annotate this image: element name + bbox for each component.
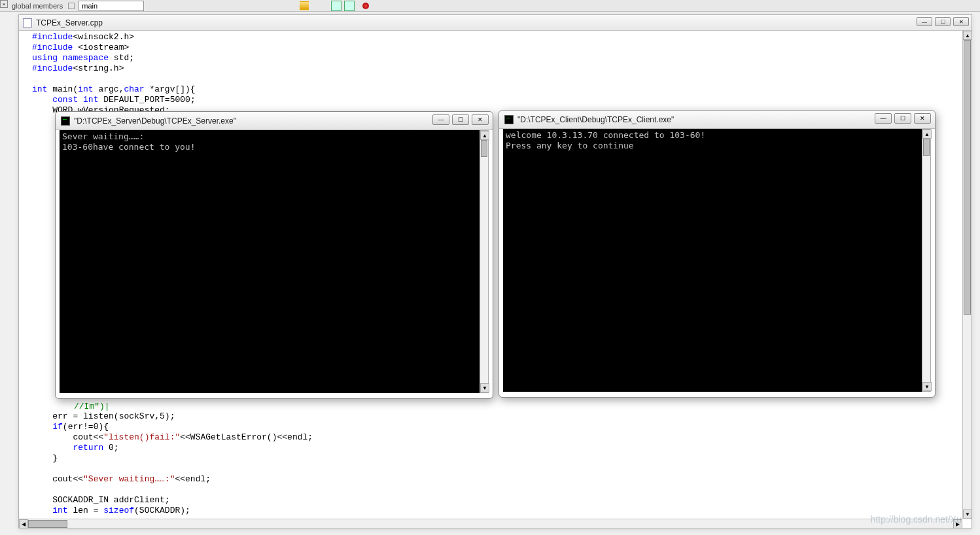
minimize-button[interactable]: — — [875, 113, 892, 124]
code-keyword: if — [52, 422, 63, 432]
scroll-down-icon[interactable]: ▼ — [922, 382, 932, 391]
code-text: <winsock2.h> — [73, 32, 134, 42]
code-text: err = listen(sockSrv,5); — [52, 411, 175, 421]
console-line: Sever waiting……: — [62, 131, 144, 141]
console-client-window: "D:\TCPEx_Client\Debug\TCPEx_Client.exe"… — [499, 110, 936, 398]
code-text: SOCKADDR_IN addrClient; — [52, 495, 169, 505]
cpp-file-icon — [23, 18, 32, 27]
scroll-thumb[interactable] — [923, 139, 930, 156]
code-keyword: using — [32, 53, 58, 63]
close-button[interactable]: ✕ — [914, 113, 931, 124]
console-client-scrollbar[interactable]: ▲ ▼ — [922, 129, 931, 392]
member-dropdown[interactable]: main — [79, 1, 144, 11]
code-keyword: int — [78, 95, 98, 105]
bookmark-icon-2[interactable] — [344, 1, 355, 11]
code-text: argc, — [94, 84, 124, 94]
go-icon[interactable] — [300, 1, 309, 10]
toolbar-label: global members — [12, 2, 63, 10]
maximize-button[interactable]: ☐ — [452, 114, 469, 125]
code-keyword: const — [52, 95, 78, 105]
console-client-title: "D:\TCPEx_Client\Debug\TCPEx_Client.exe" — [517, 115, 674, 124]
editor-tab-title: TCPEx_Server.cpp — [36, 18, 103, 27]
console-server-scrollbar[interactable]: ▲ ▼ — [480, 130, 489, 393]
maximize-button[interactable]: ☐ — [935, 17, 951, 26]
maximize-button[interactable]: ☐ — [894, 113, 911, 124]
code-text: (SOCKADDR); — [134, 506, 190, 515]
console-server-window: "D:\TCPEx_Server\Debug\TCPEx_Server.exe"… — [55, 111, 493, 399]
code-keyword: namespace — [58, 53, 109, 63]
minimize-button[interactable]: — — [917, 17, 932, 26]
code-keyword: #include — [32, 63, 73, 73]
scroll-down-icon[interactable]: ▼ — [963, 509, 972, 519]
dropdown-indicator-icon[interactable] — [68, 3, 75, 9]
scroll-thumb-h[interactable] — [28, 520, 67, 528]
code-text: main( — [47, 84, 78, 94]
console-server-body[interactable]: Sever waiting……: 103-60have connect to y… — [60, 130, 480, 393]
code-text: <iostream> — [73, 43, 129, 52]
code-text: len = — [68, 506, 104, 515]
code-string: "Sever waiting……:" — [83, 474, 175, 484]
scroll-up-icon[interactable]: ▲ — [922, 129, 932, 139]
code-keyword: int — [78, 84, 93, 94]
console-icon — [61, 116, 70, 126]
code-text: *argv[]){ — [145, 84, 196, 94]
console-line: 103-60have connect to you! — [62, 142, 196, 152]
close-button[interactable]: ✕ — [472, 114, 489, 125]
code-text: cout<< — [32, 432, 103, 442]
code-text: 0; — [103, 443, 118, 453]
watermark-text: http://blog.csdn.net/Xu — [871, 514, 962, 525]
code-text: } — [52, 453, 58, 463]
code-text: (err!=0){ — [63, 422, 109, 432]
code-text: <<WSAGetLastError()<<endl; — [180, 432, 313, 442]
editor-window-controls: — ☐ ✕ — [917, 17, 969, 26]
code-text: DEFAULT_PORT=5000; — [98, 95, 195, 105]
console-client-controls: — ☐ ✕ — [875, 113, 931, 124]
code-keyword: #include — [32, 43, 73, 52]
scroll-up-icon[interactable]: ▲ — [963, 31, 972, 40]
console-client-body[interactable]: welcome 10.3.13.70 connected to 103-60! … — [503, 129, 922, 392]
code-block-lower: err = listen(sockSrv,5); if(err!=0){ cou… — [32, 411, 313, 516]
code-text: <string.h> — [73, 63, 124, 73]
code-text: std; — [109, 53, 134, 63]
code-text: <<endl; — [175, 474, 211, 484]
scroll-up-icon[interactable]: ▲ — [480, 131, 489, 140]
console-icon — [504, 115, 514, 124]
console-server-title: "D:\TCPEx_Server\Debug\TCPEx_Server.exe" — [74, 116, 236, 126]
code-comment: //Im")| — [74, 402, 110, 412]
code-keyword: return — [73, 443, 103, 453]
scroll-left-icon[interactable]: ◀ — [19, 519, 28, 528]
panel-close-icon[interactable]: × — [0, 0, 8, 8]
close-button[interactable]: ✕ — [953, 17, 969, 26]
console-server-titlebar[interactable]: "D:\TCPEx_Server\Debug\TCPEx_Server.exe"… — [56, 112, 493, 130]
code-keyword: int — [32, 84, 47, 94]
console-server-controls: — ☐ ✕ — [432, 114, 489, 125]
scroll-thumb[interactable] — [481, 140, 487, 157]
scroll-thumb[interactable] — [964, 40, 971, 315]
editor-titlebar: TCPEx_Server.cpp — ☐ ✕ — [19, 15, 971, 31]
breakpoint-icon[interactable] — [362, 3, 369, 9]
bookmark-icon-1[interactable] — [331, 1, 341, 11]
hand-icon[interactable] — [372, 1, 382, 11]
console-client-titlebar[interactable]: "D:\TCPEx_Client\Debug\TCPEx_Client.exe"… — [499, 111, 935, 129]
code-text: cout<< — [52, 474, 83, 484]
editor-horizontal-scrollbar[interactable]: ◀ ▶ — [19, 519, 962, 528]
main-area: TCPEx_Server.cpp — ☐ ✕ #include<winsock2… — [0, 12, 980, 535]
scroll-down-icon[interactable]: ▼ — [480, 383, 489, 392]
console-line: Press any key to continue — [506, 141, 634, 150]
tool-icon[interactable] — [385, 1, 395, 11]
code-keyword: char — [124, 84, 144, 94]
code-keyword: sizeof — [103, 506, 134, 515]
code-string: "listen()fail:" — [103, 432, 180, 442]
code-keyword: int — [52, 506, 67, 515]
console-line: welcome 10.3.13.70 connected to 103-60! — [506, 130, 705, 140]
code-keyword: #include — [32, 32, 73, 42]
minimize-button[interactable]: — — [432, 114, 449, 125]
editor-vertical-scrollbar[interactable]: ▲ ▼ — [962, 31, 971, 519]
top-toolbar: × global members main — [0, 0, 980, 12]
